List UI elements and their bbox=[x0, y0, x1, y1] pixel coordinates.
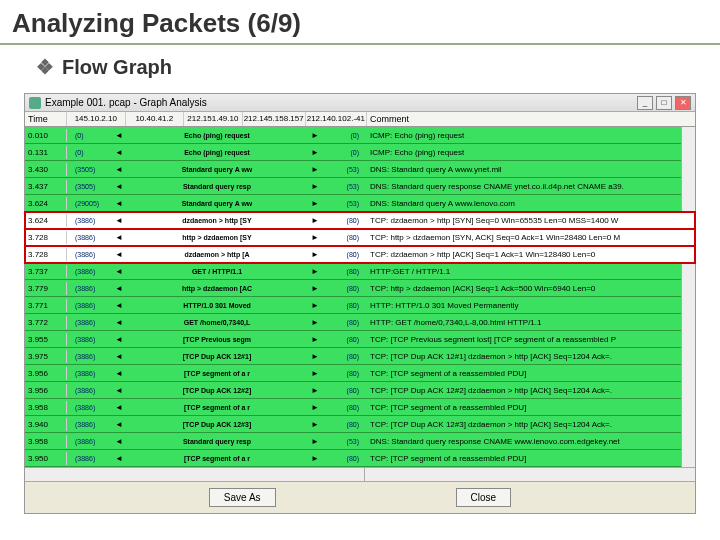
flow-message: dzdaemon > http [SY bbox=[67, 217, 367, 224]
flow-row[interactable]: 3.955(3886)◄[TCP Previous segm►(80)TCP: … bbox=[25, 331, 695, 348]
slide-subtitle: ❖Flow Graph bbox=[0, 45, 720, 85]
arrow-right-icon: ► bbox=[311, 352, 319, 361]
port-left: (3886) bbox=[75, 251, 95, 258]
flow-row[interactable]: 3.624(3886)◄dzdaemon > http [SY►(80)TCP:… bbox=[25, 212, 695, 229]
row-flow: (3886)◄[TCP Dup ACK 12#2]►(80) bbox=[67, 382, 367, 398]
port-right: (53) bbox=[347, 166, 359, 173]
flow-row[interactable]: 3.737(3886)◄GET / HTTP/1.1►(80)HTTP:GET … bbox=[25, 263, 695, 280]
port-left: (3886) bbox=[75, 336, 95, 343]
horizontal-scrollbar[interactable] bbox=[25, 467, 695, 481]
header-ip-2: 212.151.49.10 bbox=[184, 112, 243, 126]
port-left: (3886) bbox=[75, 370, 95, 377]
port-left: (3505) bbox=[75, 183, 95, 190]
vertical-scrollbar[interactable] bbox=[681, 127, 695, 467]
flow-row[interactable]: 0.010(0)◄Echo (ping) request►(0)ICMP: Ec… bbox=[25, 127, 695, 144]
arrow-right-icon: ► bbox=[311, 420, 319, 429]
flow-row[interactable]: 3.772(3886)◄GET /home/0,7340,L►(80)HTTP:… bbox=[25, 314, 695, 331]
flow-rows[interactable]: 0.010(0)◄Echo (ping) request►(0)ICMP: Ec… bbox=[25, 127, 695, 467]
row-flow: (3886)◄Standard query resp►(53) bbox=[67, 433, 367, 449]
port-right: (80) bbox=[347, 302, 359, 309]
port-left: (3886) bbox=[75, 421, 95, 428]
flow-row[interactable]: 3.728(3886)◄dzdaemon > http [A►(80)TCP: … bbox=[25, 246, 695, 263]
flow-message: Standard query A ww bbox=[67, 166, 367, 173]
close-button[interactable]: Close bbox=[456, 488, 512, 507]
row-time: 3.955 bbox=[25, 333, 67, 346]
flow-message: [TCP Dup ACK 12#3] bbox=[67, 421, 367, 428]
hscroll-right-pane[interactable] bbox=[365, 468, 695, 481]
port-right: (80) bbox=[347, 353, 359, 360]
flow-row[interactable]: 3.956(3886)◄[TCP Dup ACK 12#2]►(80)TCP: … bbox=[25, 382, 695, 399]
port-right: (80) bbox=[347, 387, 359, 394]
arrow-left-icon: ◄ bbox=[115, 352, 123, 361]
flow-row[interactable]: 3.624(29005)◄Standard query A ww►(53)DNS… bbox=[25, 195, 695, 212]
window-buttons: _ □ ✕ bbox=[637, 96, 691, 110]
row-flow: (3886)◄[TCP Dup ACK 12#1]►(80) bbox=[67, 348, 367, 364]
row-flow: (3886)◄dzdaemon > http [SY►(80) bbox=[67, 212, 367, 228]
row-time: 3.728 bbox=[25, 248, 67, 261]
minimize-button[interactable]: _ bbox=[637, 96, 653, 110]
port-right: (80) bbox=[347, 217, 359, 224]
flow-row[interactable]: 3.956(3886)◄[TCP segment of a r►(80)TCP:… bbox=[25, 365, 695, 382]
titlebar[interactable]: Example 001. pcap - Graph Analysis _ □ ✕ bbox=[25, 94, 695, 112]
flow-row[interactable]: 3.958(3886)◄Standard query resp►(53)DNS:… bbox=[25, 433, 695, 450]
close-window-button[interactable]: ✕ bbox=[675, 96, 691, 110]
port-right: (80) bbox=[347, 455, 359, 462]
header-ip-0: 145.10.2.10 bbox=[67, 112, 126, 126]
subtitle-text: Flow Graph bbox=[62, 56, 172, 78]
arrow-left-icon: ◄ bbox=[115, 284, 123, 293]
row-flow: (3886)◄[TCP segment of a r►(80) bbox=[67, 365, 367, 381]
flow-message: Echo (ping) request bbox=[67, 149, 367, 156]
arrow-right-icon: ► bbox=[311, 199, 319, 208]
row-time: 3.958 bbox=[25, 435, 67, 448]
save-as-button[interactable]: Save As bbox=[209, 488, 276, 507]
arrow-left-icon: ◄ bbox=[115, 420, 123, 429]
flow-message: http > dzdaemon [AC bbox=[67, 285, 367, 292]
row-time: 3.958 bbox=[25, 401, 67, 414]
row-flow: (3886)◄HTTP/1.0 301 Moved►(80) bbox=[67, 297, 367, 313]
flow-row[interactable]: 0.131(0)◄Echo (ping) request►(0)ICMP: Ec… bbox=[25, 144, 695, 161]
arrow-right-icon: ► bbox=[311, 233, 319, 242]
row-flow: (0)◄Echo (ping) request►(0) bbox=[67, 144, 367, 160]
row-time: 3.771 bbox=[25, 299, 67, 312]
flow-row[interactable]: 3.958(3886)◄[TCP segment of a r►(80)TCP:… bbox=[25, 399, 695, 416]
port-left: (0) bbox=[75, 149, 84, 156]
header-time: Time bbox=[25, 112, 67, 126]
arrow-left-icon: ◄ bbox=[115, 386, 123, 395]
arrow-right-icon: ► bbox=[311, 335, 319, 344]
flow-row[interactable]: 3.940(3886)◄[TCP Dup ACK 12#3]►(80)TCP: … bbox=[25, 416, 695, 433]
flow-row[interactable]: 3.950(3886)◄[TCP segment of a r►(80)TCP:… bbox=[25, 450, 695, 467]
flow-row[interactable]: 3.779(3886)◄http > dzdaemon [AC►(80)TCP:… bbox=[25, 280, 695, 297]
flow-message: Standard query resp bbox=[67, 438, 367, 445]
hscroll-left-pane[interactable] bbox=[25, 468, 365, 481]
row-flow: (3886)◄dzdaemon > http [A►(80) bbox=[67, 246, 367, 262]
port-left: (3886) bbox=[75, 319, 95, 326]
row-comment: TCP: dzdaemon > http [ACK] Seq=1 Ack=1 W… bbox=[367, 248, 695, 261]
flow-row[interactable]: 3.771(3886)◄HTTP/1.0 301 Moved►(80)HTTP:… bbox=[25, 297, 695, 314]
row-time: 3.956 bbox=[25, 367, 67, 380]
flow-message: http > dzdaemon [SY bbox=[67, 234, 367, 241]
arrow-left-icon: ◄ bbox=[115, 199, 123, 208]
row-flow: (29005)◄Standard query A ww►(53) bbox=[67, 195, 367, 211]
flow-row[interactable]: 3.728(3886)◄http > dzdaemon [SY►(80)TCP:… bbox=[25, 229, 695, 246]
arrow-left-icon: ◄ bbox=[115, 437, 123, 446]
header-ip-4: 212.140.102.-41 bbox=[306, 112, 367, 126]
flow-message: dzdaemon > http [A bbox=[67, 251, 367, 258]
row-time: 3.950 bbox=[25, 452, 67, 465]
row-comment: TCP: [TCP Previous segment lost] [TCP se… bbox=[367, 333, 695, 346]
port-left: (3886) bbox=[75, 455, 95, 462]
arrow-right-icon: ► bbox=[311, 131, 319, 140]
row-time: 3.772 bbox=[25, 316, 67, 329]
port-left: (0) bbox=[75, 132, 84, 139]
arrow-right-icon: ► bbox=[311, 250, 319, 259]
flow-row[interactable]: 3.437(3505)◄Standard query resp►(53)DNS:… bbox=[25, 178, 695, 195]
maximize-button[interactable]: □ bbox=[656, 96, 672, 110]
flow-row[interactable]: 3.430(3505)◄Standard query A ww►(53)DNS:… bbox=[25, 161, 695, 178]
app-icon bbox=[29, 97, 41, 109]
arrow-right-icon: ► bbox=[311, 386, 319, 395]
column-headers: Time 145.10.2.10 10.40.41.2 212.151.49.1… bbox=[25, 112, 695, 127]
arrow-left-icon: ◄ bbox=[115, 403, 123, 412]
row-comment: HTTP: HTTP/1.0 301 Moved Permanently bbox=[367, 299, 695, 312]
row-time: 0.010 bbox=[25, 129, 67, 142]
flow-row[interactable]: 3.975(3886)◄[TCP Dup ACK 12#1]►(80)TCP: … bbox=[25, 348, 695, 365]
row-flow: (3505)◄Standard query resp►(53) bbox=[67, 178, 367, 194]
